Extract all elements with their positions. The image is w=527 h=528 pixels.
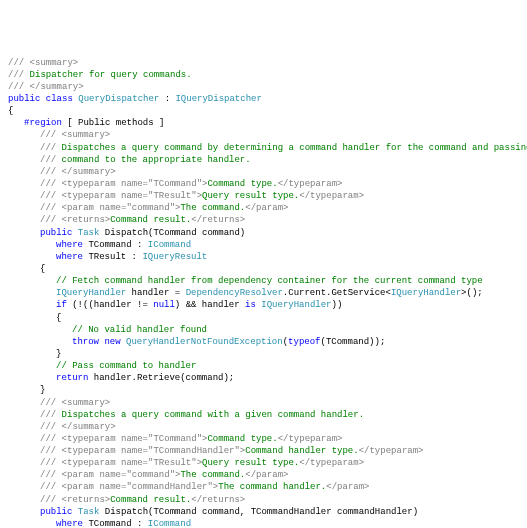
code-editor: /// <summary>/// Dispatcher for query co… (8, 57, 519, 528)
